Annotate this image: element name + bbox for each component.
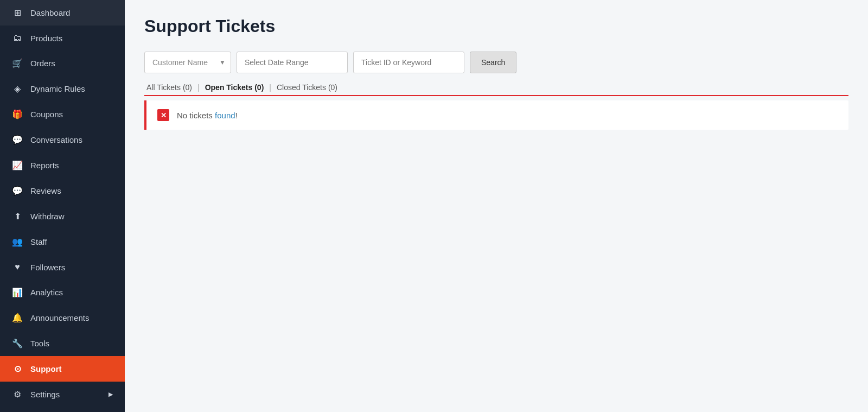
sidebar-item-dynamic-rules[interactable]: ◈Dynamic Rules — [0, 76, 125, 102]
sidebar-item-staff[interactable]: 👥Staff — [0, 229, 125, 255]
orders-icon: 🛒 — [12, 58, 23, 68]
sidebar-item-label-tools: Tools — [30, 339, 113, 348]
sidebar-item-dashboard[interactable]: ⊞Dashboard — [0, 0, 125, 26]
keyword-input[interactable] — [353, 52, 464, 73]
alert-message: No tickets found! — [177, 111, 238, 120]
sidebar-item-label-withdraw: Withdraw — [30, 212, 113, 221]
sidebar-item-announcements[interactable]: 🔔Announcements — [0, 305, 125, 331]
alert-highlight: found — [215, 111, 235, 120]
sidebar-item-settings[interactable]: ⚙Settings▶ — [0, 382, 125, 407]
sidebar-item-label-orders: Orders — [30, 59, 113, 68]
sidebar-item-label-conversations: Conversations — [30, 135, 113, 144]
dynamic-rules-icon: ◈ — [12, 84, 23, 94]
sidebar-item-label-reports: Reports — [30, 161, 113, 170]
sidebar-item-label-dynamic-rules: Dynamic Rules — [30, 84, 113, 93]
tools-icon: 🔧 — [12, 338, 23, 348]
tab-open[interactable]: Open Tickets (0) — [203, 83, 266, 92]
sidebar-item-label-settings: Settings — [30, 390, 101, 399]
date-range-input[interactable] — [237, 52, 348, 73]
tabs-row: All Tickets (0) | Open Tickets (0) | Clo… — [144, 83, 848, 96]
followers-icon: ♥ — [12, 262, 23, 272]
conversations-icon: 💬 — [12, 135, 23, 145]
search-button[interactable]: Search — [470, 52, 516, 73]
chevron-right-icon: ▶ — [108, 391, 113, 398]
sidebar-item-orders[interactable]: 🛒Orders — [0, 50, 125, 76]
tab-separator: | — [194, 83, 203, 92]
sidebar-item-coupons[interactable]: 🎁Coupons — [0, 102, 125, 127]
main-content-area: Support Tickets Customer Name ▼ Search A… — [125, 0, 868, 412]
reports-icon: 📈 — [12, 160, 23, 170]
sidebar: ⊞Dashboard🗂Products🛒Orders◈Dynamic Rules… — [0, 0, 125, 412]
coupons-icon: 🎁 — [12, 109, 23, 119]
sidebar-item-tools[interactable]: 🔧Tools — [0, 331, 125, 356]
no-tickets-alert: ✕ No tickets found! — [144, 100, 848, 130]
sidebar-item-label-analytics: Analytics — [30, 288, 113, 297]
page-title: Support Tickets — [144, 16, 848, 36]
products-icon: 🗂 — [12, 33, 23, 43]
analytics-icon: 📊 — [12, 287, 23, 297]
settings-icon: ⚙ — [12, 389, 23, 400]
sidebar-item-label-support: Support — [30, 364, 113, 373]
support-icon: ⊙ — [12, 364, 23, 374]
sidebar-item-label-reviews: Reviews — [30, 186, 113, 195]
sidebar-item-followers[interactable]: ♥Followers — [0, 255, 125, 280]
sidebar-item-products[interactable]: 🗂Products — [0, 26, 125, 50]
tab-closed[interactable]: Closed Tickets (0) — [275, 83, 340, 92]
sidebar-item-label-dashboard: Dashboard — [30, 8, 113, 17]
sidebar-item-label-coupons: Coupons — [30, 110, 113, 119]
customer-name-select[interactable]: Customer Name — [144, 52, 231, 73]
sidebar-item-reports[interactable]: 📈Reports — [0, 153, 125, 178]
tab-all[interactable]: All Tickets (0) — [144, 83, 194, 92]
sidebar-item-label-products: Products — [30, 34, 113, 43]
tab-separator: | — [266, 83, 275, 92]
customer-name-filter-wrapper: Customer Name ▼ — [144, 52, 231, 73]
sidebar-item-label-announcements: Announcements — [30, 313, 113, 322]
sidebar-item-reviews[interactable]: 💬Reviews — [0, 178, 125, 204]
sidebar-item-conversations[interactable]: 💬Conversations — [0, 127, 125, 153]
error-icon: ✕ — [157, 109, 169, 121]
announcements-icon: 🔔 — [12, 313, 23, 323]
reviews-icon: 💬 — [12, 186, 23, 196]
sidebar-item-analytics[interactable]: 📊Analytics — [0, 280, 125, 305]
sidebar-item-withdraw[interactable]: ⬆Withdraw — [0, 204, 125, 229]
sidebar-item-label-staff: Staff — [30, 237, 113, 246]
sidebar-item-support[interactable]: ⊙Support — [0, 356, 125, 382]
dashboard-icon: ⊞ — [12, 8, 23, 18]
sidebar-item-label-followers: Followers — [30, 263, 113, 272]
filter-row: Customer Name ▼ Search — [144, 52, 848, 73]
withdraw-icon: ⬆ — [12, 211, 23, 221]
staff-icon: 👥 — [12, 237, 23, 247]
